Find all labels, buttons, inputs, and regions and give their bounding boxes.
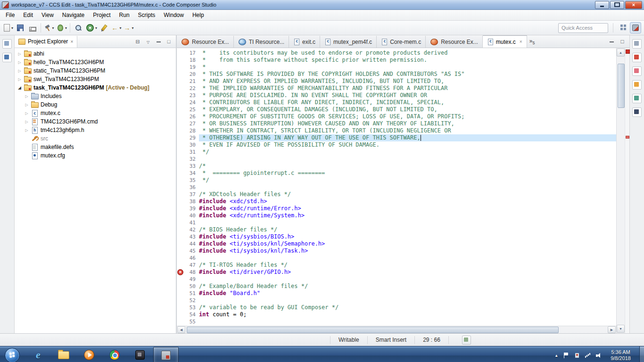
error-indicator-icon[interactable]	[626, 49, 630, 54]
code-line-48[interactable]: 48#include <ti/driver/GPIO.h>	[177, 269, 616, 276]
project-explorer-view-tab[interactable]: Project Explorer ×	[15, 36, 77, 48]
editor-tab-resource-ex[interactable]: Resource Ex...	[177, 36, 234, 48]
collapsed-arrow-icon[interactable]: ▷	[17, 52, 22, 56]
code-line-52[interactable]: 52	[177, 297, 616, 304]
close-view-icon[interactable]: ×	[70, 39, 73, 44]
code-line-49[interactable]: 49	[177, 276, 616, 283]
collapse-all-icon[interactable]	[134, 39, 141, 45]
taskbar-windows-explorer-button[interactable]	[51, 347, 76, 362]
tree-item-task-tivatm4c123gh6pm[interactable]: ◢task_TivaTM4C123GH6PM [Active - Debug]	[15, 83, 176, 92]
tray-dev-icon[interactable]	[574, 352, 580, 359]
code-line-32[interactable]: 32	[177, 156, 616, 163]
code-line-18[interactable]: 18 * from this software without specific…	[177, 57, 616, 64]
maximize-button[interactable]	[610, 1, 624, 9]
code-line-46[interactable]: 46	[177, 255, 616, 262]
minimized-view-icon-3[interactable]	[632, 39, 642, 49]
minimized-view-icon-4[interactable]	[632, 53, 642, 62]
maximize-editor-icon[interactable]	[619, 38, 626, 45]
menu-run[interactable]: Run	[115, 10, 134, 20]
build-button[interactable]: ▾	[43, 22, 55, 33]
search-button[interactable]	[72, 22, 84, 33]
menu-project[interactable]: Project	[89, 10, 115, 20]
code-line-55[interactable]: 55	[177, 318, 616, 325]
error-marker-icon[interactable]	[177, 269, 183, 276]
editor-tab-mutex-pem4f-c[interactable]: mutex_pem4f.c	[320, 36, 377, 48]
editor-tab-exit-c[interactable]: exit.c	[289, 36, 320, 48]
minimize-editor-icon[interactable]	[608, 38, 615, 45]
collapsed-arrow-icon[interactable]: ▷	[24, 111, 29, 115]
code-line-34[interactable]: 34 * ======== gpiointerrupt.c ========	[177, 170, 616, 177]
collapsed-arrow-icon[interactable]: ▷	[24, 120, 29, 124]
editor-tab-core-mem-c[interactable]: Core-mem.c	[377, 36, 426, 48]
menu-view[interactable]: View	[37, 10, 58, 20]
menu-help[interactable]: Help	[188, 10, 208, 20]
code-line-41[interactable]: 41	[177, 219, 616, 226]
code-line-20[interactable]: 20 * THIS SOFTWARE IS PROVIDED BY THE CO…	[177, 71, 616, 78]
ccs-edit-perspective-button[interactable]	[630, 22, 641, 33]
hscroll-track[interactable]	[186, 327, 607, 333]
minimized-view-icon-1[interactable]	[2, 39, 12, 49]
last-edit-location-button[interactable]	[98, 22, 110, 33]
close-tab-icon[interactable]: ×	[520, 39, 522, 44]
minimized-view-icon-6[interactable]	[632, 80, 642, 90]
collapsed-arrow-icon[interactable]: ▷	[24, 94, 29, 99]
code-line-39[interactable]: 39#include <xdc/runtime/Error.h>	[177, 205, 616, 212]
open-perspective-button[interactable]	[618, 22, 628, 33]
minimize-button[interactable]	[595, 1, 609, 9]
code-line-17[interactable]: 17 * its contributors may be used to end…	[177, 49, 616, 57]
show-desktop-button[interactable]	[639, 346, 644, 362]
code-line-26[interactable]: 26 * PROCUREMENT OF SUBSTITUTE GOODS OR …	[177, 113, 616, 120]
taskbar-chrome-button[interactable]	[102, 347, 127, 362]
editor-status-icon[interactable]	[462, 336, 471, 345]
dropdown-arrow-icon[interactable]: ▾	[52, 26, 54, 30]
code-line-40[interactable]: 40#include <xdc/runtime/System.h>	[177, 212, 616, 219]
taskbar-vm-app-button[interactable]	[128, 347, 152, 362]
menu-edit[interactable]: Edit	[19, 10, 37, 20]
tree-item-static-tivatm4c123gh6pm[interactable]: ▷static_TivaTM4C123GH6PM	[15, 66, 176, 75]
code-line-50[interactable]: 50/* Example/Board Header files */	[177, 283, 616, 290]
editor-tab-resource-ex[interactable]: Resource Ex...	[426, 36, 483, 48]
quick-access-input[interactable]: Quick Access	[558, 23, 608, 33]
start-button[interactable]	[5, 348, 20, 362]
view-menu-icon[interactable]	[145, 39, 151, 44]
code-line-19[interactable]: 19 *	[177, 64, 616, 71]
menu-scripts[interactable]: Scripts	[134, 10, 160, 20]
code-line-47[interactable]: 47/* TI-RTOS Header files */	[177, 262, 616, 269]
taskbar-clock[interactable]: 5:36 AM 9/8/2018	[611, 349, 631, 362]
maximize-view-icon[interactable]	[165, 39, 172, 44]
collapsed-arrow-icon[interactable]: ▷	[17, 77, 22, 82]
error-marker[interactable]	[626, 136, 629, 139]
menu-file[interactable]: File	[1, 10, 19, 20]
dropdown-arrow-icon[interactable]: ▾	[65, 26, 67, 30]
taskbar-internet-explorer-button[interactable]: e	[26, 347, 50, 362]
code-line-42[interactable]: 42/* BIOS Header files */	[177, 226, 616, 233]
tree-item-mutex-c[interactable]: ▷mutex.c	[15, 109, 176, 117]
code-line-27[interactable]: 27 * OR BUSINESS INTERRUPTION) HOWEVER C…	[177, 120, 616, 127]
tree-item-makefile-defs[interactable]: makefile.defs	[15, 143, 176, 151]
collapsed-arrow-icon[interactable]: ▷	[24, 128, 29, 132]
scroll-right-icon[interactable]: ▶	[608, 326, 616, 333]
code-line-53[interactable]: 53/* variable to be read by GUI Composer…	[177, 304, 616, 311]
code-line-25[interactable]: 25 * EXEMPLARY, OR CONSEQUENTIAL DAMAGES…	[177, 106, 616, 113]
forward-button[interactable]: ▾	[123, 22, 135, 33]
tray-net-icon[interactable]	[585, 352, 591, 359]
code-line-51[interactable]: 51#include "Board.h"	[177, 290, 616, 297]
code-line-44[interactable]: 44#include <ti/sysbios/knl/Semaphore.h>	[177, 240, 616, 247]
minimize-view-icon[interactable]	[155, 39, 162, 44]
code-line-54[interactable]: 54int count = 0;	[177, 311, 616, 318]
code-line-23[interactable]: 23 * PURPOSE ARE DISCLAIMED. IN NO EVENT…	[177, 92, 616, 99]
code-line-28[interactable]: 28 * WHETHER IN CONTRACT, STRICT LIABILI…	[177, 127, 616, 134]
vscroll-thumb[interactable]	[618, 64, 625, 108]
new-button[interactable]: ▾	[2, 22, 14, 33]
code-line-33[interactable]: 33/*	[177, 163, 616, 170]
expanded-arrow-icon[interactable]: ◢	[17, 85, 22, 90]
tree-item-src[interactable]: src	[15, 134, 176, 143]
print-button[interactable]	[26, 22, 39, 33]
minimized-view-icon-5[interactable]	[632, 66, 642, 76]
code-line-21[interactable]: 21 * AND ANY EXPRESS OR IMPLIED WARRANTI…	[177, 78, 616, 85]
overview-ruler[interactable]	[625, 48, 629, 333]
minimized-view-icon-8[interactable]	[632, 107, 642, 117]
dropdown-arrow-icon[interactable]: ▾	[11, 26, 13, 30]
collapsed-arrow-icon[interactable]: ▷	[17, 69, 22, 73]
scroll-up-icon[interactable]: ▲	[617, 49, 625, 57]
